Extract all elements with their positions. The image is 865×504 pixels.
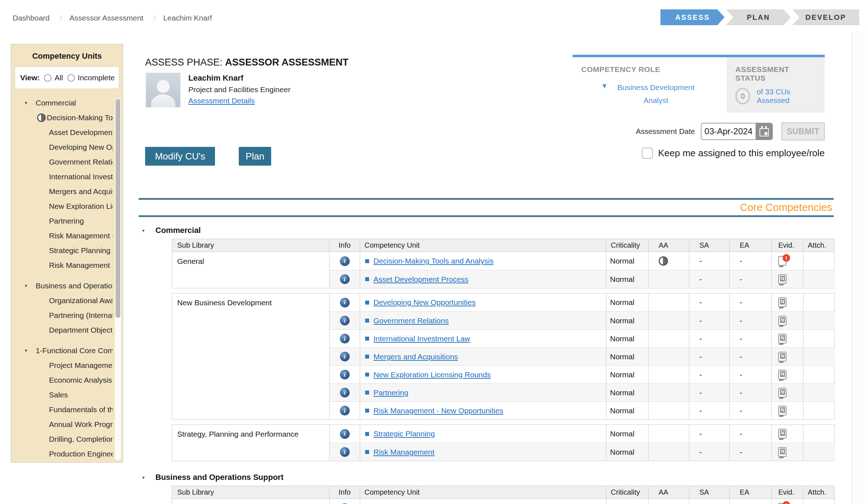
sidebar-item-label: New Exploration Licensing Rounds <box>49 202 113 210</box>
competency-unit-link[interactable]: Decision-Making Tools and Analysis <box>373 257 493 265</box>
sidebar-group-commercial[interactable]: ▾Commercial <box>11 95 113 110</box>
evidence-note-icon[interactable]: N <box>778 405 788 417</box>
sidebar-item[interactable]: Annual Work Programs <box>11 417 113 432</box>
view-option-incomplete[interactable]: Incomplete <box>67 73 115 82</box>
keep-assigned-label: Keep me assigned to this employee/role <box>658 148 825 159</box>
bullet-square-icon <box>365 373 369 377</box>
evidence-alert-icon[interactable]: ! <box>778 502 788 504</box>
competency-unit-link[interactable]: International Investment Law <box>373 334 470 343</box>
sidebar-item[interactable]: Drilling, Completions <box>11 432 113 446</box>
sidebar-item[interactable]: Reservoir Engineering <box>11 461 113 463</box>
competency-unit-link[interactable]: Risk Management <box>373 448 434 456</box>
sidebar-item[interactable]: Strategic Planning <box>11 243 113 258</box>
aa-cell <box>648 311 689 329</box>
sidebar-item-label: Fundamentals of the <box>49 405 113 414</box>
evidence-note-icon[interactable]: N <box>778 387 788 399</box>
sidebar-item[interactable]: Asset Development Process <box>11 125 113 140</box>
breadcrumb-item[interactable]: Dashboard <box>13 14 50 22</box>
sidebar-item[interactable]: Risk Management - New Opportunities <box>11 228 113 243</box>
sidebar-item[interactable]: Project Management <box>11 358 113 373</box>
assessment-date-input[interactable]: 03-Apr-2024 <box>701 123 773 140</box>
sidebar-item-label: Department Objectives <box>49 326 113 334</box>
phase-tab-assess[interactable]: ASSESS <box>660 9 725 25</box>
sidebar-item[interactable]: Fundamentals of the <box>11 402 113 417</box>
sidebar-item[interactable]: Risk Management <box>11 258 113 273</box>
sidebar-item[interactable]: Partnering (International) <box>11 308 113 323</box>
competency-unit-link[interactable]: Strategic Planning <box>373 429 435 438</box>
evidence-note-icon[interactable]: N <box>778 297 788 308</box>
assessment-details-link[interactable]: Assessment Details <box>188 96 255 105</box>
calendar-button[interactable] <box>756 123 773 140</box>
breadcrumb-item[interactable]: Leachim Knarf <box>163 14 212 22</box>
view-option-all[interactable]: All <box>44 73 63 82</box>
sidebar-item[interactable]: Mergers and Acquisitions <box>11 184 113 199</box>
competency-unit-link[interactable]: Developing New Opportunities <box>373 298 476 307</box>
evidence-cell: N <box>771 329 803 347</box>
sidebar-group-1-functional-core-competencies[interactable]: ▾1-Functional Core Competencies <box>11 343 113 358</box>
sidebar-group-business-and-operations-support[interactable]: ▾Business and Operations Support <box>11 278 113 293</box>
sidebar-item[interactable]: International Investment Law <box>11 169 113 184</box>
evidence-note-icon[interactable]: N <box>778 446 788 458</box>
info-icon[interactable]: i <box>340 406 350 415</box>
collapse-triangle-icon[interactable]: ▾ <box>25 343 27 358</box>
info-icon[interactable]: i <box>340 388 350 397</box>
sidebar-item[interactable]: Economic Analysis <box>11 373 113 387</box>
evidence-note-icon[interactable]: N <box>778 369 788 381</box>
info-icon[interactable]: i <box>340 274 350 284</box>
info-icon[interactable]: i <box>340 334 350 343</box>
collapse-triangle-icon[interactable]: ▾ <box>25 278 27 293</box>
info-icon[interactable]: i <box>340 429 350 439</box>
evidence-note-icon[interactable]: N <box>778 274 788 285</box>
role-dropdown-icon[interactable]: ▼ <box>601 81 608 91</box>
competency-unit-link[interactable]: Mergers and Acquisitions <box>373 352 458 361</box>
view-filter: View: All Incomplete <box>15 67 119 89</box>
competency-unit-link[interactable]: New Exploration Licensing Rounds <box>373 370 491 379</box>
phase-tab-develop[interactable]: DEVELOP <box>792 9 859 25</box>
sidebar-item[interactable]: Developing New Opportunities <box>11 140 113 154</box>
evidence-note-icon[interactable]: N <box>778 333 788 345</box>
keep-assigned-checkbox[interactable] <box>642 148 653 159</box>
competency-unit-link[interactable]: Government Relations <box>373 316 449 325</box>
collapse-triangle-icon[interactable]: ▾ <box>142 228 145 233</box>
sidebar-item[interactable]: Partnering <box>11 213 113 228</box>
radio-all[interactable] <box>44 74 51 82</box>
sidebar-scrollbar-thumb[interactable] <box>116 99 120 318</box>
info-icon[interactable]: i <box>340 316 350 325</box>
modify-cus-button[interactable]: Modify CU's <box>145 147 215 166</box>
info-icon[interactable]: i <box>340 370 350 379</box>
phase-tab-plan[interactable]: PLAN <box>726 9 791 25</box>
evidence-note-icon[interactable]: N <box>778 315 788 327</box>
breadcrumb-item[interactable]: Assessor Assessment <box>70 14 143 22</box>
evidence-note-icon[interactable]: N <box>778 428 788 440</box>
sidebar-item[interactable]: Government Relations <box>11 154 113 169</box>
plan-button[interactable]: Plan <box>239 147 271 166</box>
assessment-date-value[interactable]: 03-Apr-2024 <box>701 123 756 140</box>
info-icon[interactable]: i <box>340 352 350 361</box>
sa-cell: - <box>689 311 729 329</box>
info-icon[interactable]: i <box>340 298 350 307</box>
doc-foot <box>779 379 784 381</box>
sidebar-item[interactable]: New Exploration Licensing Rounds <box>11 199 113 213</box>
collapse-triangle-icon[interactable]: ▾ <box>25 95 27 110</box>
submit-button[interactable]: SUBMIT <box>781 122 825 140</box>
info-icon[interactable]: i <box>340 447 350 457</box>
competency-unit-link[interactable]: Partnering <box>373 388 408 397</box>
sidebar-item[interactable]: Decision-Making Tools and Analysis <box>11 110 113 125</box>
competency-unit-link[interactable]: Asset Development Process <box>373 275 469 284</box>
sublibrary-name: New Business Development <box>172 293 329 419</box>
collapse-triangle-icon[interactable]: ▾ <box>142 475 145 480</box>
sidebar-item[interactable]: Department Objectives <box>11 323 113 337</box>
sidebar-item[interactable]: Sales <box>11 387 113 402</box>
role-value[interactable]: Business Development Analyst <box>614 81 698 107</box>
competency-unit-link[interactable]: Risk Management - New Opportunities <box>373 406 503 415</box>
aa-cell <box>648 499 689 504</box>
evidence-note-icon[interactable]: N <box>778 351 788 363</box>
sidebar-scrollbar-track[interactable] <box>115 98 121 460</box>
sidebar-item[interactable]: Organizational Awareness <box>11 293 113 308</box>
radio-incomplete[interactable] <box>67 74 75 82</box>
sidebar-item[interactable]: Production Engineering <box>11 446 113 461</box>
info-icon[interactable]: i <box>340 256 350 266</box>
doc-foot <box>779 266 784 267</box>
evidence-alert-icon[interactable]: ! <box>778 255 788 267</box>
page-scrollbar[interactable] <box>851 32 865 504</box>
